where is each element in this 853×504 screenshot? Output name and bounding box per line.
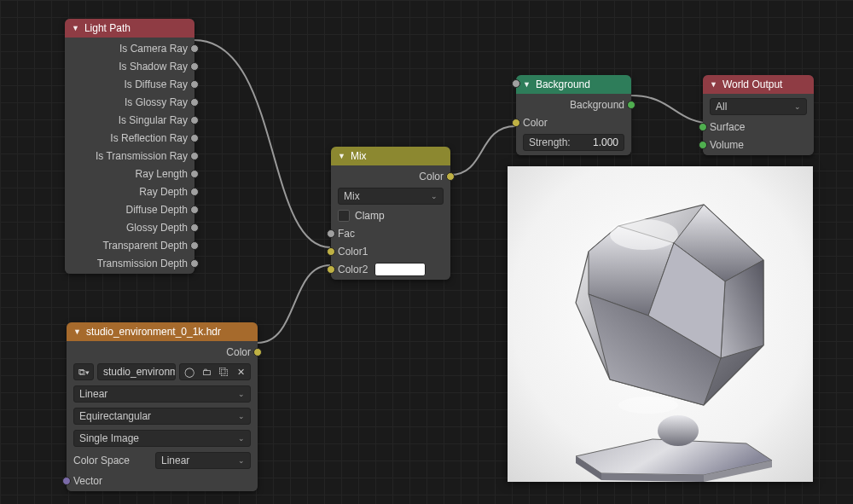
chevron-down-icon: ⌄: [794, 102, 801, 111]
svg-point-13: [618, 397, 678, 414]
collapse-icon[interactable]: ▼: [338, 152, 345, 160]
image-datablock-menu[interactable]: ⧉▾: [73, 363, 94, 380]
node-header-world-output[interactable]: ▼ World Output: [703, 75, 814, 94]
strength-label: Strength:: [529, 136, 571, 148]
node-title: Mix: [351, 150, 367, 162]
output-background[interactable]: Background: [516, 96, 631, 113]
input-surface[interactable]: Surface: [703, 118, 814, 136]
node-world-output[interactable]: ▼ World Output All⌄ Surface Volume: [703, 75, 814, 155]
output-ray-depth[interactable]: Ray Depth: [65, 182, 194, 200]
input-fac[interactable]: Fac: [331, 224, 450, 242]
node-background[interactable]: ▼ Background Background Color Strength: …: [516, 75, 631, 155]
chevron-down-icon: ⌄: [431, 192, 438, 200]
fake-user-icon[interactable]: ◯: [182, 365, 197, 379]
duplicate-icon[interactable]: ⿻: [216, 365, 231, 379]
output-is-shadow-ray[interactable]: Is Shadow Ray: [65, 57, 194, 75]
target-select[interactable]: All⌄: [710, 98, 807, 115]
output-ray-length[interactable]: Ray Length: [65, 165, 194, 182]
output-color[interactable]: Color: [331, 167, 450, 185]
node-environment-texture[interactable]: ▼ studio_environment_0_1k.hdr Color ⧉▾ s…: [67, 322, 258, 491]
node-light-path[interactable]: ▼ Light Path Is Camera Ray Is Shadow Ray…: [65, 19, 194, 274]
color-space-select[interactable]: Linear⌄: [155, 452, 251, 469]
chevron-down-icon: ⌄: [238, 434, 245, 443]
output-transmission-depth[interactable]: Transmission Depth: [65, 254, 194, 272]
svg-point-12: [610, 219, 678, 250]
node-title: studio_environment_0_1k.hdr: [86, 326, 221, 338]
open-file-icon[interactable]: 🗀: [199, 365, 214, 379]
image-data-icon: ⧉▾: [76, 365, 91, 379]
output-transparent-depth[interactable]: Transparent Depth: [65, 236, 194, 254]
projection-select[interactable]: Equirectangular⌄: [73, 408, 251, 425]
input-color[interactable]: Color: [516, 113, 631, 131]
output-is-transmission-ray[interactable]: Is Transmission Ray: [65, 147, 194, 165]
node-title: Light Path: [84, 22, 131, 34]
output-glossy-depth[interactable]: Glossy Depth: [65, 218, 194, 236]
node-mix[interactable]: ▼ Mix Color Mix⌄ Clamp Fac Color1 Color2: [331, 147, 450, 280]
clamp-checkbox[interactable]: [338, 210, 350, 222]
output-is-glossy-ray[interactable]: Is Glossy Ray: [65, 93, 194, 111]
output-color[interactable]: Color: [67, 343, 258, 361]
unlink-icon[interactable]: ✕: [233, 365, 248, 379]
image-name-field[interactable]: studio_environment..: [97, 363, 176, 380]
blend-mode-select[interactable]: Mix⌄: [338, 188, 444, 205]
node-header-background[interactable]: ▼ Background: [516, 75, 631, 94]
output-is-singular-ray[interactable]: Is Singular Ray: [65, 111, 194, 129]
output-is-camera-ray[interactable]: Is Camera Ray: [65, 39, 194, 57]
chevron-down-icon: ⌄: [238, 456, 245, 465]
output-is-diffuse-ray[interactable]: Is Diffuse Ray: [65, 75, 194, 93]
strength-field[interactable]: Strength: 1.000: [523, 134, 624, 151]
node-header-light-path[interactable]: ▼ Light Path: [65, 19, 194, 38]
collapse-icon[interactable]: ▼: [73, 327, 81, 336]
node-header-mix[interactable]: ▼ Mix: [331, 147, 450, 165]
input-color1[interactable]: Color1: [331, 242, 450, 260]
image-file-actions: ◯ 🗀 ⿻ ✕: [179, 363, 251, 380]
chevron-down-icon: ⌄: [238, 390, 245, 398]
input-volume[interactable]: Volume: [703, 136, 814, 154]
source-select[interactable]: Single Image⌄: [73, 430, 251, 447]
node-header-env-texture[interactable]: ▼ studio_environment_0_1k.hdr: [67, 322, 258, 341]
node-title: World Output: [722, 78, 782, 90]
render-preview: [508, 166, 813, 482]
svg-point-5: [658, 415, 699, 446]
output-is-reflection-ray[interactable]: Is Reflection Ray: [65, 129, 194, 147]
interpolation-select[interactable]: Linear⌄: [73, 385, 251, 403]
collapse-icon[interactable]: ▼: [72, 24, 79, 32]
node-title: Background: [536, 78, 590, 90]
color2-swatch[interactable]: [374, 263, 426, 276]
clamp-checkbox-row[interactable]: Clamp: [331, 207, 450, 224]
clamp-label: Clamp: [355, 210, 385, 222]
chevron-down-icon: ⌄: [238, 412, 245, 420]
collapse-icon[interactable]: ▼: [710, 80, 717, 89]
output-diffuse-depth[interactable]: Diffuse Depth: [65, 200, 194, 218]
input-color2[interactable]: Color2: [331, 260, 450, 278]
color-space-label: Color Space: [73, 455, 150, 466]
collapse-icon[interactable]: ▼: [523, 80, 531, 89]
input-vector[interactable]: Vector: [67, 472, 258, 490]
strength-value: 1.000: [593, 136, 618, 148]
